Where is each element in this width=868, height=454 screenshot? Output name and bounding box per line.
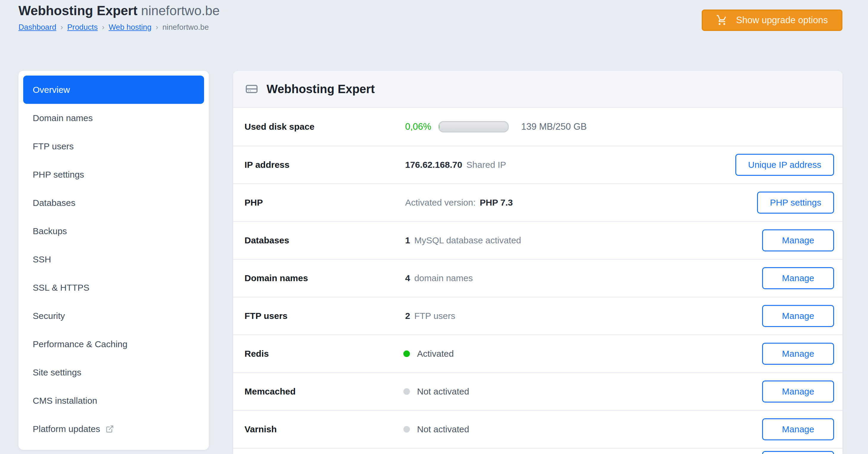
- row-value: Not activated: [405, 387, 762, 397]
- button-label: Manage: [782, 349, 814, 359]
- button-label: Manage: [782, 311, 814, 321]
- row-ftp-users: FTP users2FTP usersManage: [233, 297, 842, 334]
- memcached-button[interactable]: Manage: [762, 381, 834, 402]
- row-value: 1MySQL database activated: [405, 235, 762, 245]
- breadcrumb-current: ninefortwo.be: [162, 23, 209, 32]
- panel-header: Webhosting Expert: [233, 71, 842, 108]
- row-varnish: VarnishNot activatedManage: [233, 410, 842, 448]
- button-label: Manage: [782, 235, 814, 245]
- sidebar-item-label: Platform updates: [33, 424, 100, 434]
- row-label: Varnish: [245, 424, 405, 434]
- status-text: Not activated: [417, 387, 469, 397]
- row-value: Activated version:PHP 7.3: [405, 198, 757, 208]
- show-upgrade-options-button[interactable]: Show upgrade options: [702, 9, 842, 31]
- sidebar-item-security[interactable]: Security: [23, 302, 204, 330]
- sidebar-item-label: SSL & HTTPS: [33, 283, 90, 293]
- page-title-product: Webhosting Expert: [19, 3, 137, 18]
- sidebar-item-php-settings[interactable]: PHP settings: [23, 160, 204, 189]
- row-value: Not activated: [405, 424, 762, 434]
- sidebar-item-label: Overview: [33, 85, 70, 95]
- php-button[interactable]: PHP settings: [757, 191, 834, 214]
- status-dot-inactive: [403, 388, 410, 395]
- redis-button[interactable]: Manage: [762, 343, 834, 365]
- cart-icon: [716, 14, 727, 26]
- value-bold: 4: [405, 273, 410, 283]
- sidebar-item-label: Performance & Caching: [33, 339, 128, 349]
- button-label: Manage: [782, 273, 814, 283]
- row-ip-address: IP address176.62.168.70Shared IPUnique I…: [233, 146, 842, 183]
- value-light: Activated version:: [405, 198, 476, 208]
- main-panel: Webhosting Expert Used disk space0,06%13…: [233, 71, 842, 454]
- domain-names-button[interactable]: Manage: [762, 267, 834, 289]
- sidebar-item-label: CMS installation: [33, 396, 97, 406]
- button-label: Manage: [782, 387, 814, 397]
- next-row-partial-button[interactable]: [762, 451, 834, 454]
- row-value: Activated: [405, 349, 762, 359]
- ip-address-button[interactable]: Unique IP address: [735, 154, 834, 176]
- breadcrumb: Dashboard›Products›Web hosting›ninefortw…: [19, 23, 220, 32]
- varnish-button[interactable]: Manage: [762, 418, 834, 440]
- sidebar-item-ssl-https[interactable]: SSL & HTTPS: [23, 273, 204, 302]
- breadcrumb-link-dashboard[interactable]: Dashboard: [19, 23, 56, 32]
- value-light: domain names: [414, 273, 473, 283]
- sidebar-item-performance-caching[interactable]: Performance & Caching: [23, 330, 204, 358]
- row-label: Domain names: [245, 273, 405, 283]
- sidebar-item-label: SSH: [33, 254, 51, 265]
- row-label: Used disk space: [245, 122, 405, 132]
- sidebar-item-site-settings[interactable]: Site settings: [23, 358, 204, 387]
- panel-rows: Used disk space0,06%139 MB/250 GBIP addr…: [233, 108, 842, 454]
- sidebar-item-ssh[interactable]: SSH: [23, 245, 204, 273]
- breadcrumb-link-web-hosting[interactable]: Web hosting: [108, 23, 151, 32]
- show-upgrade-options-label: Show upgrade options: [736, 15, 828, 26]
- page-title: Webhosting Expert ninefortwo.be: [19, 3, 220, 19]
- breadcrumb-separator: ›: [102, 23, 104, 32]
- sidebar-item-label: Backups: [33, 226, 67, 236]
- row-databases: Databases1MySQL database activatedManage: [233, 221, 842, 259]
- sidebar-item-platform-updates[interactable]: Platform updates: [23, 415, 204, 443]
- sidebar-item-label: Site settings: [33, 367, 81, 377]
- sidebar-item-overview[interactable]: Overview: [23, 75, 204, 104]
- disk-usage-text: 139 MB/250 GB: [521, 121, 587, 132]
- sidebar-item-domain-names[interactable]: Domain names: [23, 104, 204, 132]
- button-label: Manage: [782, 424, 814, 434]
- sidebar-item-label: FTP users: [33, 141, 74, 151]
- sidebar-item-databases[interactable]: Databases: [23, 189, 204, 217]
- row-value: 2FTP users: [405, 311, 762, 321]
- row-redis: RedisActivatedManage: [233, 334, 842, 372]
- disk-used-percent: 0,06%: [405, 121, 431, 132]
- sidebar-item-label: PHP settings: [33, 170, 84, 180]
- button-label: Unique IP address: [748, 160, 821, 170]
- row-php: PHPActivated version:PHP 7.3PHP settings: [233, 183, 842, 221]
- sidebar-item-cms-installation[interactable]: CMS installation: [23, 387, 204, 415]
- row-value: 176.62.168.70Shared IP: [405, 160, 735, 170]
- sidebar-item-label: Security: [33, 311, 65, 321]
- panel-title: Webhosting Expert: [267, 83, 375, 96]
- button-label: PHP settings: [770, 198, 821, 208]
- sidebar-item-backups[interactable]: Backups: [23, 217, 204, 245]
- value-light: Shared IP: [466, 160, 506, 170]
- disk-usage-progressbar: [438, 121, 509, 132]
- top-header: Webhosting Expert ninefortwo.be Dashboar…: [19, 3, 220, 32]
- breadcrumb-link-products[interactable]: Products: [67, 23, 98, 32]
- row-next-row-partial: [233, 448, 842, 454]
- status-dot-active: [403, 351, 410, 357]
- sidebar-item-ftp-users[interactable]: FTP users: [23, 132, 204, 160]
- row-label: Redis: [245, 349, 405, 359]
- sidebar-item-label: Domain names: [33, 113, 93, 123]
- status-text: Not activated: [417, 424, 469, 434]
- sidebar-item-label: Databases: [33, 198, 75, 208]
- sidebar: OverviewDomain namesFTP usersPHP setting…: [19, 71, 209, 450]
- ftp-users-button[interactable]: Manage: [762, 305, 834, 327]
- row-label: IP address: [245, 160, 405, 170]
- value-bold: 2: [405, 311, 410, 321]
- status-dot-inactive: [403, 426, 410, 432]
- databases-button[interactable]: Manage: [762, 230, 834, 251]
- value-light: MySQL database activated: [414, 235, 521, 245]
- row-domain-names: Domain names4domain namesManage: [233, 259, 842, 297]
- value-bold: 1: [405, 235, 410, 245]
- row-used-disk-space: Used disk space0,06%139 MB/250 GB: [233, 108, 842, 146]
- hard-drive-icon: [245, 82, 259, 96]
- row-label: FTP users: [245, 311, 405, 321]
- row-label: Memcached: [245, 387, 405, 397]
- row-label: Databases: [245, 235, 405, 245]
